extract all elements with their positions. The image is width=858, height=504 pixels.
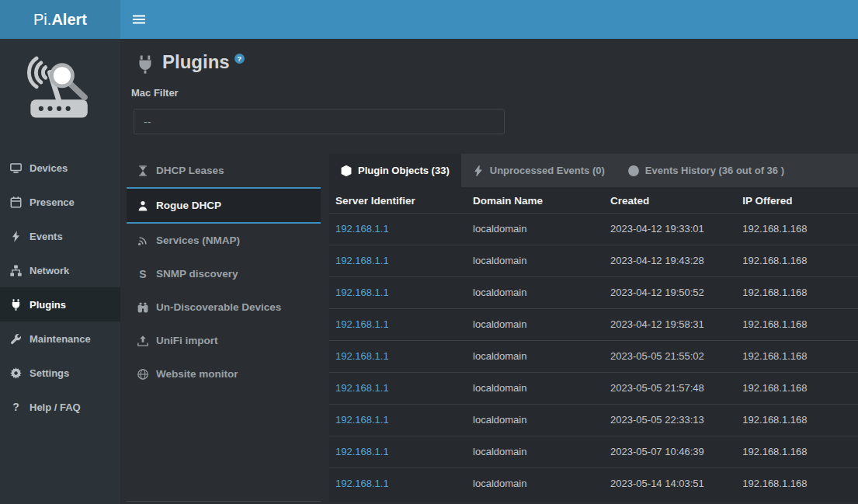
- sidebar-item-plugins[interactable]: Plugins: [0, 287, 120, 322]
- main-content: Plugins ? Mac Filter DHCP Leases Rogue D…: [120, 39, 858, 504]
- column-header-server-identifier: Server Identifier: [329, 187, 467, 214]
- cell-domain-name: localdomain: [467, 405, 604, 436]
- cell-server-identifier: 192.168.1.1: [329, 373, 467, 405]
- server-identifier-link[interactable]: 192.168.1.1: [335, 446, 389, 457]
- plugin-nav-rogue-dhcp[interactable]: Rogue DHCP: [127, 187, 321, 224]
- cell-ip-offered: 192.168.1.168: [736, 436, 858, 468]
- plugin-nav-label: Un-Discoverable Devices: [156, 301, 281, 313]
- cell-created: 2023-05-14 14:03:51: [604, 468, 736, 500]
- letter-s-icon: S: [137, 268, 148, 280]
- cell-domain-name: localdomain: [467, 214, 604, 245]
- cell-created: 2023-05-05 22:33:13: [604, 405, 736, 436]
- plug-icon: [136, 55, 155, 74]
- plugin-nav-label: SNMP discovery: [156, 268, 238, 280]
- plugin-nav-unifi-import[interactable]: UniFi import: [127, 324, 321, 357]
- cell-created: 2023-05-05 21:55:02: [604, 341, 736, 373]
- sidebar: Devices Presence Events Network Plugins …: [0, 39, 120, 504]
- sidebar-item-label: Maintenance: [30, 333, 91, 345]
- server-identifier-link[interactable]: 192.168.1.1: [335, 318, 389, 330]
- help-badge[interactable]: ?: [234, 54, 245, 64]
- person-icon: [137, 200, 148, 211]
- server-identifier-link[interactable]: 192.168.1.1: [335, 255, 389, 266]
- column-header-created: Created: [604, 187, 736, 214]
- sidebar-item-maintenance[interactable]: Maintenance: [0, 322, 120, 356]
- plugin-nav-dhcp-leases[interactable]: DHCP Leases: [127, 154, 321, 187]
- column-header-domain-name: Domain Name: [467, 187, 604, 214]
- table-row: 192.168.1.1localdomain2023-05-07 10:46:3…: [329, 436, 858, 468]
- bolt-icon: [10, 231, 22, 242]
- brand-logo[interactable]: Pi.Alert: [0, 0, 120, 39]
- tab-events-history[interactable]: Events History (36 out of 36 ): [617, 154, 796, 187]
- table-row: 192.168.1.1localdomain2023-04-12 19:50:5…: [329, 277, 858, 309]
- cell-created: 2023-04-12 19:58:31: [604, 309, 736, 341]
- server-identifier-link[interactable]: 192.168.1.1: [335, 382, 389, 394]
- plugin-nav-label: UniFi import: [156, 335, 218, 346]
- plugin-nav-snmp-discovery[interactable]: S SNMP discovery: [127, 257, 321, 290]
- tab-plugin-objects[interactable]: Plugin Objects (33): [329, 154, 461, 187]
- cell-domain-name: localdomain: [467, 245, 604, 277]
- plugin-nav-label: Website monitor: [156, 368, 238, 380]
- cell-domain-name: localdomain: [467, 277, 604, 309]
- plugin-objects-rows: 192.168.1.1localdomain2023-04-12 19:33:0…: [329, 214, 858, 500]
- server-identifier-link[interactable]: 192.168.1.1: [335, 223, 389, 235]
- question-icon: ?: [10, 401, 22, 413]
- sidebar-item-presence[interactable]: Presence: [0, 185, 120, 219]
- server-identifier-link[interactable]: 192.168.1.1: [335, 478, 389, 489]
- cell-ip-offered: 192.168.1.168: [736, 405, 858, 436]
- gear-icon: [10, 367, 22, 379]
- plug-icon: [10, 299, 22, 311]
- table-row: 192.168.1.1localdomain2023-04-12 19:58:3…: [329, 309, 858, 341]
- cell-server-identifier: 192.168.1.1: [329, 214, 467, 245]
- cell-server-identifier: 192.168.1.1: [329, 436, 467, 468]
- wrench-icon: [10, 333, 22, 345]
- cell-created: 2023-05-07 10:46:39: [604, 436, 736, 468]
- sidebar-item-label: Help / FAQ: [30, 401, 81, 413]
- plugin-nav: DHCP Leases Rogue DHCP Services (NMAP) S…: [127, 154, 321, 502]
- tab-label: Plugin Objects (33): [358, 165, 450, 176]
- sidebar-item-help-faq[interactable]: ? Help / FAQ: [0, 390, 120, 424]
- sidebar-menu: Devices Presence Events Network Plugins …: [0, 151, 120, 424]
- monitor-icon: [10, 162, 22, 174]
- server-identifier-link[interactable]: 192.168.1.1: [335, 350, 389, 362]
- cell-server-identifier: 192.168.1.1: [329, 341, 467, 373]
- cell-server-identifier: 192.168.1.1: [329, 405, 467, 436]
- sidebar-item-devices[interactable]: Devices: [0, 151, 120, 185]
- plugin-nav-services-nmap[interactable]: Services (NMAP): [127, 224, 321, 257]
- cell-created: 2023-04-12 19:43:28: [604, 245, 736, 277]
- plugin-objects-table: Server Identifier Domain Name Created IP…: [329, 187, 858, 499]
- hamburger-icon[interactable]: [133, 14, 145, 25]
- sidebar-item-settings[interactable]: Settings: [0, 356, 120, 390]
- mac-filter-input[interactable]: [134, 109, 505, 134]
- table-row: 192.168.1.1localdomain2023-05-05 21:57:4…: [329, 373, 858, 405]
- sidebar-item-label: Settings: [30, 367, 69, 379]
- tab-bar: Plugin Objects (33) Unprocessed Events (…: [329, 154, 858, 187]
- top-navbar: Pi.Alert: [0, 0, 858, 39]
- plugin-objects-panel: Server Identifier Domain Name Created IP…: [329, 187, 858, 502]
- plugin-nav-undiscoverable-devices[interactable]: Un-Discoverable Devices: [127, 290, 321, 324]
- cell-server-identifier: 192.168.1.1: [329, 468, 467, 500]
- globe-icon: [137, 369, 148, 380]
- navbar-area: [120, 0, 858, 39]
- tab-area: Plugin Objects (33) Unprocessed Events (…: [329, 154, 858, 502]
- tab-label: Events History (36 out of 36 ): [645, 165, 784, 176]
- sidebar-item-events[interactable]: Events: [0, 219, 120, 253]
- cell-server-identifier: 192.168.1.1: [329, 245, 467, 277]
- server-identifier-link[interactable]: 192.168.1.1: [335, 414, 389, 426]
- sidebar-item-label: Devices: [30, 162, 68, 174]
- plugin-nav-website-monitor[interactable]: Website monitor: [127, 357, 321, 391]
- clock-icon: [628, 165, 639, 176]
- cell-ip-offered: 192.168.1.168: [736, 277, 858, 309]
- tab-unprocessed-events[interactable]: Unprocessed Events (0): [461, 154, 617, 187]
- column-header-ip-offered: IP Offered: [736, 187, 858, 214]
- table-row: 192.168.1.1localdomain2023-05-05 21:55:0…: [329, 341, 858, 373]
- cell-ip-offered: 192.168.1.168: [736, 341, 858, 373]
- sidebar-item-label: Network: [30, 265, 69, 276]
- hourglass-icon: [137, 165, 148, 176]
- cell-domain-name: localdomain: [467, 309, 604, 341]
- sidebar-item-network[interactable]: Network: [0, 253, 120, 287]
- bolt-icon: [473, 165, 484, 176]
- table-row: 192.168.1.1localdomain2023-04-12 19:43:2…: [329, 245, 858, 277]
- server-identifier-link[interactable]: 192.168.1.1: [335, 287, 389, 298]
- broadcast-icon: [137, 235, 148, 246]
- plugin-nav-label: DHCP Leases: [156, 165, 224, 176]
